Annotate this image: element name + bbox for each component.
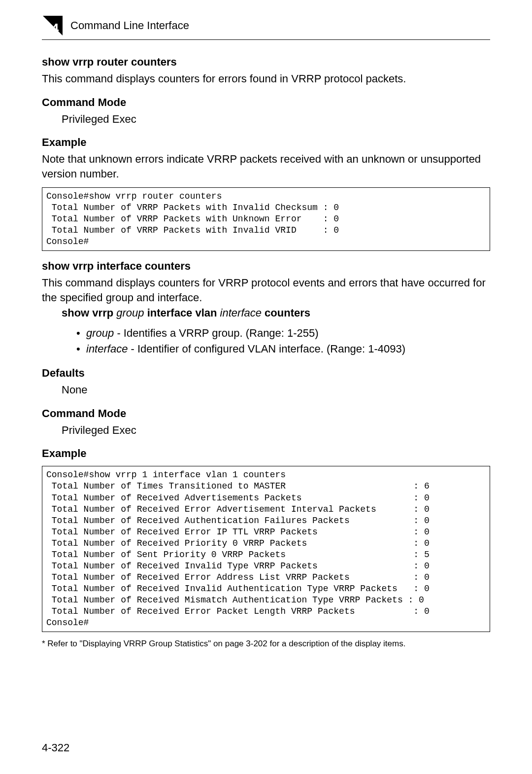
footnote: * Refer to "Displaying VRRP Group Statis… — [42, 639, 490, 649]
param-interface-desc: - Identifier of configured VLAN interfac… — [128, 343, 405, 355]
param-group-name: group — [86, 327, 114, 339]
command-mode-value-1: Privileged Exec — [62, 112, 490, 127]
command-mode-heading-1: Command Mode — [42, 96, 490, 109]
param-interface: interface - Identifier of configured VLA… — [76, 341, 490, 357]
code-example-1: Console#show vrrp router counters Total … — [42, 187, 490, 251]
code-example-2: Console#show vrrp 1 interface vlan 1 cou… — [42, 466, 490, 632]
section-heading-interface-counters: show vrrp interface counters — [42, 260, 490, 273]
parameter-list: group - Identifies a VRRP group. (Range:… — [76, 325, 490, 357]
syntax-part-1: show vrrp — [62, 307, 116, 319]
example-heading-1: Example — [42, 136, 490, 149]
header-title: Command Line Interface — [70, 19, 189, 32]
page-number: 4-322 — [42, 741, 69, 754]
example-note-1: Note that unknown errors indicate VRRP p… — [42, 152, 490, 181]
chapter-number-text: 4 — [52, 21, 59, 35]
page-header: 4 Command Line Interface — [42, 15, 490, 40]
syntax-part-5: counters — [262, 307, 310, 319]
syntax-part-4: interface — [220, 307, 262, 319]
defaults-value: None — [62, 383, 490, 397]
command-mode-value-2: Privileged Exec — [62, 423, 490, 438]
section2-description: This command displays counters for VRRP … — [42, 276, 490, 305]
section-heading-router-counters: show vrrp router counters — [42, 56, 490, 69]
command-syntax: show vrrp group interface vlan interface… — [62, 307, 490, 319]
syntax-part-2: group — [116, 307, 144, 319]
param-group: group - Identifies a VRRP group. (Range:… — [76, 325, 490, 341]
param-group-desc: - Identifies a VRRP group. (Range: 1-255… — [114, 327, 318, 339]
document-page: 4 Command Line Interface show vrrp route… — [0, 0, 532, 774]
section1-description: This command displays counters for error… — [42, 71, 490, 86]
command-mode-heading-2: Command Mode — [42, 407, 490, 420]
param-interface-name: interface — [86, 343, 128, 355]
chapter-number-icon: 4 — [42, 15, 64, 36]
defaults-heading: Defaults — [42, 367, 490, 380]
example-heading-2: Example — [42, 447, 490, 460]
syntax-part-3: interface vlan — [144, 307, 220, 319]
